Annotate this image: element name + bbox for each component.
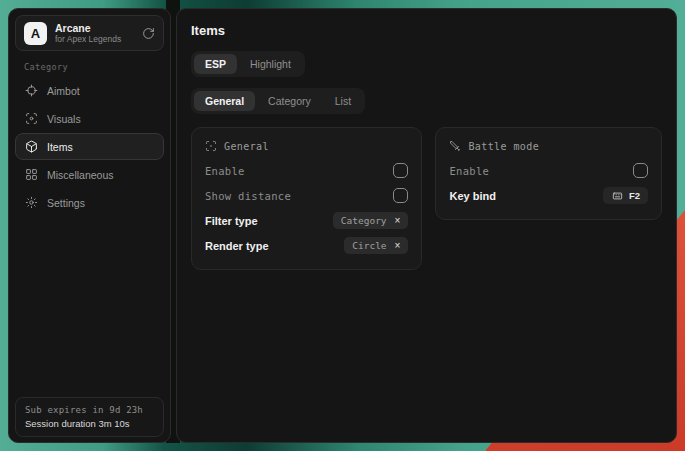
sub-tab-group: General Category List [191,88,365,114]
cube-icon [25,140,38,153]
tab-general[interactable]: General [194,91,255,111]
category-section-label: Category [24,62,170,72]
close-icon[interactable]: × [395,241,401,251]
setting-label: Render type [205,240,269,252]
setting-label: Enable [205,165,245,177]
refresh-icon[interactable] [142,27,155,40]
subscription-info-card: Sub expires in 9d 23h Session duration 3… [15,397,164,437]
sidebar-item-settings[interactable]: Settings [15,189,164,216]
session-duration-text: Session duration 3m 10s [25,418,154,429]
filter-type-select[interactable]: Category × [333,212,409,229]
keybind-value: F2 [629,190,640,201]
general-card: General Enable Show distance Filter type… [191,127,422,270]
eye-icon [25,112,38,125]
selected-value: Circle [352,240,386,251]
setting-label: Key bind [449,190,495,202]
setting-label: Filter type [205,215,258,227]
keybind-button[interactable]: F2 [603,187,648,204]
setting-label: Show distance [205,190,291,202]
close-icon[interactable]: × [395,216,401,226]
sidebar-item-label: Items [47,141,73,153]
setting-row-enable: Enable [205,158,408,183]
grid-icon [25,168,38,181]
sidebar-item-miscellaneous[interactable]: Miscellaneous [15,161,164,188]
card-title: General [224,141,269,152]
sub-expires-text: Sub expires in 9d 23h [25,405,154,415]
tab-highlight[interactable]: Highlight [239,54,302,74]
setting-row-enable: Enable [449,158,648,183]
setting-row-filter-type: Filter type Category × [205,208,408,233]
sidebar-item-visuals[interactable]: Visuals [15,105,164,132]
sidebar-item-label: Settings [47,197,85,209]
sidebar-nav: Aimbot Visuals Items [9,77,170,216]
app-name: Arcane [55,22,121,35]
sidebar-item-label: Aimbot [47,85,80,97]
gear-icon [25,196,38,209]
main-panel: Items ESP Highlight General Category Lis… [176,8,677,443]
app-subtitle: for Apex Legends [55,34,121,44]
setting-label: Enable [449,165,489,177]
selected-value: Category [341,215,387,226]
tab-esp[interactable]: ESP [194,54,237,74]
tab-list[interactable]: List [324,91,362,111]
tab-category[interactable]: Category [257,91,322,111]
sidebar-item-label: Visuals [47,113,81,125]
setting-row-show-distance: Show distance [205,183,408,208]
scan-icon [205,140,217,152]
show-distance-checkbox[interactable] [393,188,408,203]
render-type-select[interactable]: Circle × [344,237,408,254]
app-logo: A [24,22,47,45]
battle-mode-card: Battle mode Enable Key bind F2 [435,127,662,220]
swords-icon [449,140,461,152]
setting-row-render-type: Render type Circle × [205,233,408,258]
card-title: Battle mode [468,141,539,152]
sidebar-item-items[interactable]: Items [15,133,164,160]
sidebar: A Arcane for Apex Legends Category Aimbo… [8,8,171,443]
brand-card: A Arcane for Apex Legends [15,15,164,51]
page-title: Items [191,23,662,38]
enable-checkbox[interactable] [393,163,408,178]
battle-enable-checkbox[interactable] [633,163,648,178]
sidebar-item-label: Miscellaneous [47,169,114,181]
setting-row-key-bind: Key bind F2 [449,183,648,208]
sidebar-item-aimbot[interactable]: Aimbot [15,77,164,104]
crosshair-icon [25,84,38,97]
keyboard-icon [611,191,624,201]
mode-tab-group: ESP Highlight [191,51,305,77]
